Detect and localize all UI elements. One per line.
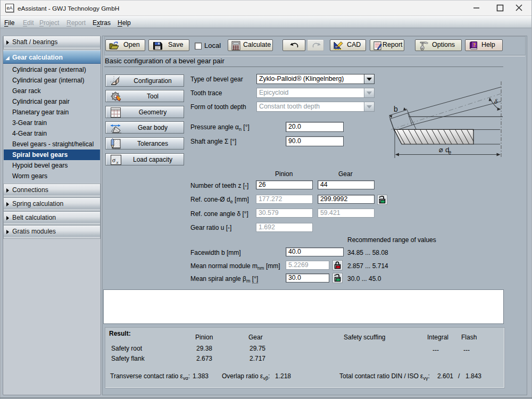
svg-text:⌀ d: ⌀ d [439,146,449,154]
svg-text:?: ? [473,43,476,48]
svg-text:x: x [116,160,119,165]
svg-text:δ: δ [494,97,498,105]
svg-text:e: e [448,149,452,155]
svg-text:b: b [394,105,398,113]
